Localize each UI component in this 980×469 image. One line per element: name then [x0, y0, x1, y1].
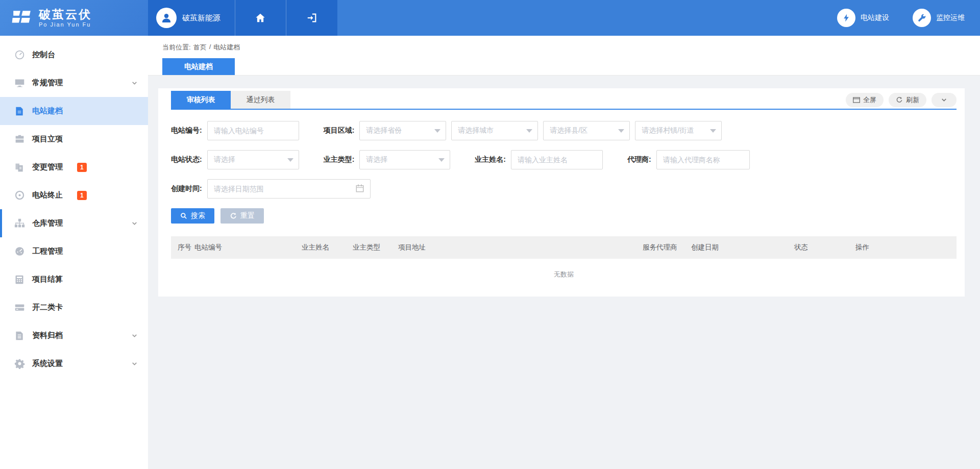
- owner-type-select[interactable]: 请选择: [359, 150, 450, 169]
- breadcrumb: 当前位置: 首页 / 电站建档: [148, 36, 980, 52]
- page-tab-station-archive[interactable]: 电站建档: [162, 58, 235, 75]
- sidebar-item-open-class2-card[interactable]: 开二类卡: [0, 293, 148, 322]
- breadcrumb-current: 电站建档: [213, 43, 240, 52]
- station-no-input[interactable]: [207, 121, 299, 140]
- search-button[interactable]: 搜索: [171, 208, 214, 224]
- chevron-down-icon: [941, 96, 947, 103]
- table-header-row: 序号 电站编号 业主姓名 业主类型 项目地址 服务代理商 创建日期 状态 操作: [171, 236, 957, 259]
- logout-button[interactable]: [286, 0, 337, 36]
- province-select[interactable]: 请选择省份: [359, 121, 446, 140]
- refresh-icon: [896, 96, 903, 104]
- active-indicator-bar: [0, 209, 2, 237]
- home-icon: [255, 12, 266, 23]
- col-create-date: 创建日期: [691, 243, 794, 252]
- col-project-address: 项目地址: [398, 243, 643, 252]
- nav-station-build-label: 电站建设: [861, 13, 889, 22]
- company-name: 破茧新能源: [182, 13, 220, 23]
- reset-icon: [230, 212, 237, 219]
- status-badge: 1: [77, 191, 87, 200]
- top-header: 破茧云伏 Po Jian Yun Fu 破茧新能源: [0, 0, 980, 36]
- collapse-button[interactable]: [932, 93, 957, 107]
- chevron-down-icon: [131, 80, 138, 86]
- sidebar-item-change-mgmt[interactable]: 变更管理 1: [0, 153, 148, 181]
- app-logo: 破茧云伏 Po Jian Yun Fu: [0, 0, 148, 36]
- logo-icon: [11, 7, 33, 29]
- copy-icon: [14, 162, 24, 172]
- exit-icon: [306, 12, 317, 23]
- fullscreen-button[interactable]: 全屏: [846, 93, 884, 107]
- col-index: 序号: [178, 243, 194, 252]
- station-no-label: 电站编号:: [171, 126, 202, 135]
- town-select[interactable]: 请选择村镇/街道: [635, 121, 722, 140]
- sidebar-item-console[interactable]: 控制台: [0, 41, 148, 69]
- station-status-select[interactable]: 请选择: [207, 150, 299, 169]
- status-badge: 1: [77, 163, 87, 172]
- owner-name-input[interactable]: [511, 150, 603, 169]
- caret-down-icon: [618, 129, 624, 133]
- nav-station-build[interactable]: 电站建设: [837, 9, 889, 27]
- col-actions: 操作: [855, 243, 869, 252]
- city-select[interactable]: 请选择城市: [451, 121, 538, 140]
- briefcase-icon: [14, 134, 25, 144]
- tab-review-list[interactable]: 审核列表: [171, 91, 231, 109]
- sidebar-item-project-initiation[interactable]: 项目立项: [0, 125, 148, 153]
- card-icon: [14, 302, 25, 313]
- sidebar-item-general-mgmt[interactable]: 常规管理: [0, 69, 148, 97]
- sidebar-item-engineering-mgmt[interactable]: 工程管理: [0, 237, 148, 265]
- user-menu[interactable]: 破茧新能源: [148, 0, 235, 36]
- lightning-icon: [842, 13, 851, 22]
- owner-type-label: 业主类型:: [324, 155, 355, 164]
- sidebar-item-project-settlement[interactable]: 项目结算: [0, 265, 148, 293]
- owner-name-label: 业主姓名:: [475, 155, 506, 164]
- logo-subtitle: Po Jian Yun Fu: [39, 21, 92, 28]
- col-station-no: 电站编号: [194, 243, 302, 252]
- chevron-down-icon: [131, 220, 138, 227]
- caret-down-icon: [438, 158, 445, 162]
- dashboard-icon: [14, 50, 25, 60]
- home-button[interactable]: [235, 0, 286, 36]
- search-icon: [180, 212, 187, 219]
- breadcrumb-strip: 当前位置: 首页 / 电站建档 电站建档: [148, 36, 980, 76]
- caret-down-icon: [526, 129, 532, 133]
- stop-icon: [14, 190, 25, 201]
- document-icon: [14, 106, 24, 116]
- reset-button[interactable]: 重置: [220, 208, 264, 224]
- breadcrumb-home-link[interactable]: 首页: [193, 43, 207, 52]
- col-owner-type: 业主类型: [353, 243, 398, 252]
- nav-monitor-ops-label: 监控运维: [936, 13, 965, 22]
- sidebar-item-station-termination[interactable]: 电站终止 1: [0, 181, 148, 209]
- breadcrumb-prefix: 当前位置:: [162, 43, 191, 52]
- caret-down-icon: [287, 158, 293, 162]
- station-status-label: 电站状态:: [171, 155, 202, 164]
- chevron-down-icon: [131, 360, 138, 367]
- tab-passed-list[interactable]: 通过列表: [231, 91, 290, 109]
- gear-icon: [14, 358, 25, 369]
- sidebar-item-warehouse-mgmt[interactable]: 仓库管理: [0, 209, 148, 237]
- sidebar-item-system-settings[interactable]: 系统设置: [0, 350, 148, 378]
- calculator-icon: [14, 275, 24, 285]
- created-time-label: 创建时间:: [171, 184, 202, 193]
- col-status: 状态: [794, 243, 855, 252]
- header-right-section: 电站建设 监控运维: [337, 0, 980, 36]
- main-content: 当前位置: 首页 / 电站建档 电站建档 审核列表 通过列表 全屏 刷新: [148, 36, 980, 469]
- date-range-input[interactable]: [207, 179, 371, 199]
- avatar[interactable]: [156, 8, 177, 28]
- gauge-icon: [14, 246, 25, 257]
- sitemap-icon: [14, 218, 25, 229]
- agent-label: 代理商:: [627, 155, 651, 164]
- col-owner-name: 业主姓名: [302, 243, 353, 252]
- panel-toolbar: 全屏 刷新: [846, 93, 957, 107]
- caret-down-icon: [710, 129, 716, 133]
- agent-input[interactable]: [656, 150, 750, 169]
- monitor-icon: [14, 78, 25, 88]
- wrench-icon: [917, 13, 926, 22]
- breadcrumb-separator: /: [209, 43, 211, 52]
- archive-icon: [14, 331, 24, 341]
- refresh-button[interactable]: 刷新: [889, 93, 926, 107]
- caret-down-icon: [434, 129, 440, 133]
- county-select[interactable]: 请选择县/区: [543, 121, 630, 140]
- nav-monitor-ops[interactable]: 监控运维: [913, 9, 965, 27]
- sidebar-item-station-archive[interactable]: 电站建档: [0, 97, 148, 125]
- sidebar: 控制台 常规管理 电站建档 项目立项 变更管理 1 电站终止 1 仓库管理: [0, 36, 148, 469]
- sidebar-item-data-archive[interactable]: 资料归档: [0, 322, 148, 350]
